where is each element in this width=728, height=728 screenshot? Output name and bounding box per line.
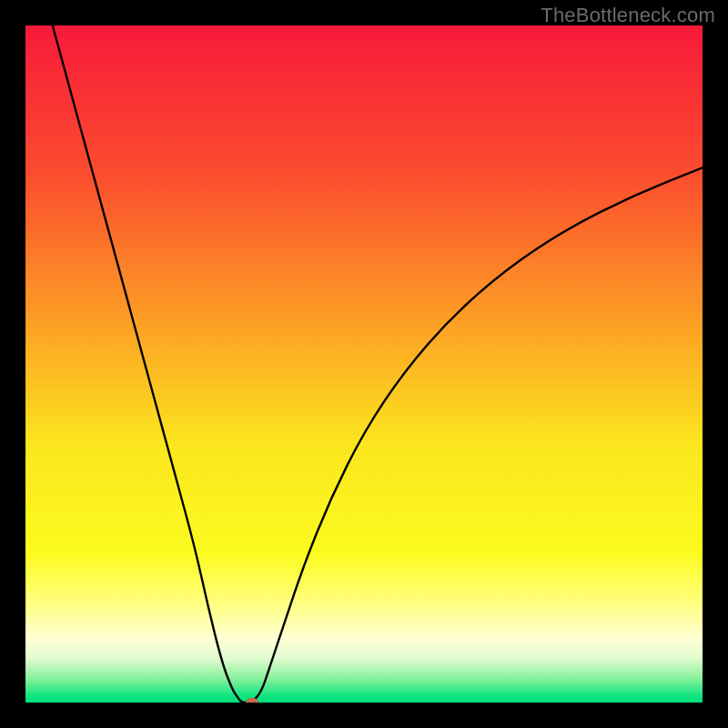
plot-area xyxy=(25,25,703,703)
chart-frame: TheBottleneck.com xyxy=(0,0,728,728)
bottleneck-curve xyxy=(25,25,703,703)
watermark-text: TheBottleneck.com xyxy=(541,4,715,27)
optimum-marker xyxy=(246,698,258,703)
